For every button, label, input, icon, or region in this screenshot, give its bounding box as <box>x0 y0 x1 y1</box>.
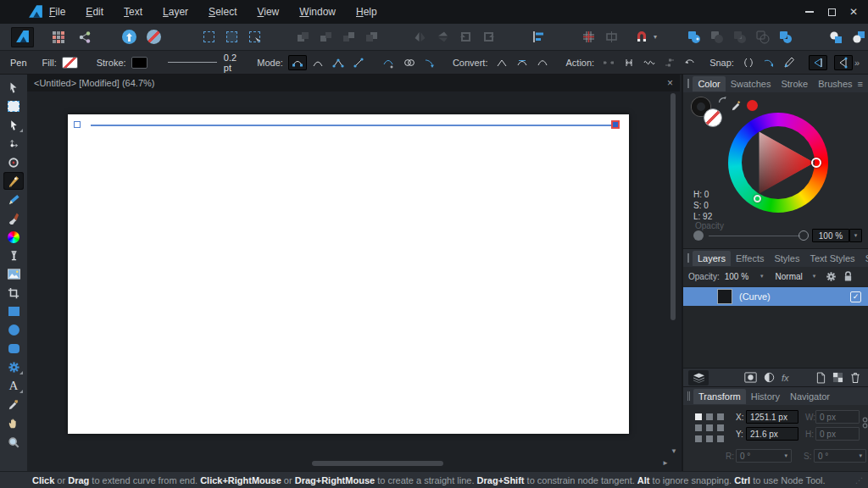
artboard-tool[interactable] <box>3 97 24 115</box>
insert-mode-button-1[interactable] <box>824 27 847 47</box>
guides-button[interactable] <box>600 27 623 47</box>
rectangle-tool[interactable] <box>3 302 24 320</box>
adjustment-layer-button[interactable] <box>764 372 775 383</box>
tab-effects[interactable]: Effects <box>731 251 769 266</box>
tab-brushes[interactable]: Brushes <box>813 76 857 92</box>
y-input[interactable]: 21.6 px <box>746 427 798 441</box>
ellipse-tool[interactable] <box>3 321 24 339</box>
pencil-tool[interactable] <box>3 191 24 208</box>
stroke-width-slider[interactable] <box>168 62 217 63</box>
mode-smart-button[interactable] <box>309 55 327 70</box>
tab-navigator[interactable]: Navigator <box>785 389 835 404</box>
action-close-button[interactable] <box>620 55 638 70</box>
fill-color-well[interactable] <box>704 108 722 127</box>
delete-layer-button[interactable] <box>850 372 860 384</box>
snap-align-handles-button[interactable] <box>809 55 827 70</box>
curve-end-node-selected[interactable] <box>611 120 620 129</box>
convert-smooth-button[interactable] <box>513 55 531 70</box>
layer-name[interactable]: (Curve) <box>739 291 771 302</box>
stroke-width-value[interactable]: 0.2 pt <box>224 53 241 73</box>
menu-select[interactable]: Select <box>198 6 247 18</box>
pixel-persona-button[interactable] <box>47 27 70 47</box>
opacity-slider-handle[interactable] <box>798 230 809 241</box>
order-backward-button[interactable] <box>337 27 360 47</box>
document-tab[interactable]: <Untitled> [Modified] (64.7%) <box>27 78 154 88</box>
vector-brush-tool[interactable] <box>3 209 24 227</box>
rounded-rectangle-tool[interactable] <box>3 340 24 358</box>
opacity-dropdown-caret[interactable]: ▾ <box>849 229 862 242</box>
crop-tool[interactable] <box>3 284 24 302</box>
marquee-button-3[interactable] <box>243 27 266 47</box>
new-layer-button[interactable] <box>816 372 826 384</box>
boolean-subtract-button[interactable] <box>705 27 728 47</box>
canvas-viewport[interactable]: ▼ ► <box>27 92 685 471</box>
pen-curve-segment[interactable] <box>91 125 618 126</box>
order-to-back-button[interactable] <box>360 27 383 47</box>
alignment-button[interactable] <box>527 27 550 47</box>
designer-persona-button[interactable] <box>11 27 34 47</box>
menu-edit[interactable]: Edit <box>75 6 114 18</box>
document-page[interactable] <box>68 114 629 434</box>
link-curves-button[interactable] <box>400 55 419 70</box>
tab-close-icon[interactable]: × <box>667 77 680 89</box>
x-input[interactable]: 1251.1 px <box>746 410 798 424</box>
tab-history[interactable]: History <box>746 389 785 404</box>
tab-styles[interactable]: Styles <box>769 251 804 266</box>
layer-visibility-checkbox[interactable]: ✓ <box>850 291 861 302</box>
convert-smart-button[interactable] <box>533 55 552 70</box>
sculpt-mode-button[interactable] <box>420 55 439 70</box>
panel-grip-icon[interactable] <box>687 391 690 401</box>
boolean-divide-button[interactable] <box>751 27 774 47</box>
flip-vertical-button[interactable] <box>431 27 454 47</box>
fill-swatch[interactable] <box>62 57 78 69</box>
boolean-combine-button[interactable] <box>774 27 797 47</box>
rosette-arrow-button[interactable] <box>118 27 141 47</box>
corner-tool[interactable] <box>3 153 24 171</box>
maximize-button[interactable] <box>821 3 843 20</box>
s-dropdown[interactable]: 0 °▾ <box>814 449 866 463</box>
tab-color[interactable]: Color <box>693 76 725 92</box>
anchor-point-selector[interactable] <box>695 413 724 442</box>
color-picker-tool[interactable] <box>3 396 24 413</box>
snapping-caret-icon[interactable]: ▾ <box>654 33 657 41</box>
context-overflow-chevron[interactable]: » <box>854 58 860 68</box>
action-join-button[interactable] <box>660 55 679 70</box>
action-reverse-button[interactable] <box>681 55 699 70</box>
layers-opacity-value[interactable]: 100 % <box>725 272 748 281</box>
mode-line-button[interactable] <box>349 55 368 70</box>
point-transform-tool[interactable] <box>3 135 24 152</box>
menu-layer[interactable]: Layer <box>153 6 198 18</box>
snap-nodes-button[interactable] <box>739 55 758 70</box>
boolean-add-button[interactable] <box>682 27 705 47</box>
link-dimensions-icon[interactable] <box>862 416 868 430</box>
panel-menu-icon[interactable]: ≡ <box>858 79 863 89</box>
picked-color-dot[interactable] <box>747 100 758 111</box>
grid-button[interactable] <box>577 27 600 47</box>
h-input[interactable]: 0 px <box>815 427 860 441</box>
rosette-slash-button[interactable] <box>142 27 165 47</box>
new-pixel-layer-button[interactable] <box>832 372 843 383</box>
hsl-color-wheel[interactable] <box>728 113 828 213</box>
move-tool[interactable] <box>3 79 24 97</box>
resize-grip-icon[interactable]: ⋰ <box>855 476 863 485</box>
w-input[interactable]: 0 px <box>815 410 860 424</box>
tab-text-styles[interactable]: Text Styles <box>804 251 860 266</box>
layer-row-selected[interactable]: (Curve) ✓ <box>683 287 868 306</box>
color-picker-icon[interactable] <box>731 100 743 112</box>
zoom-tool[interactable] <box>3 433 24 451</box>
layer-settings-gear-icon[interactable] <box>826 271 837 282</box>
mask-layer-button[interactable] <box>744 372 757 383</box>
opacity-slider-track[interactable] <box>709 236 800 236</box>
tab-stock[interactable]: Stock <box>860 251 868 266</box>
stroke-swatch[interactable] <box>131 57 147 69</box>
flip-horizontal-button[interactable] <box>409 27 431 47</box>
marquee-button-2[interactable] <box>220 27 243 47</box>
hue-selector-ring[interactable] <box>811 158 821 168</box>
close-button[interactable]: ✕ <box>843 3 865 20</box>
blend-mode-caret-icon[interactable]: ▾ <box>813 273 816 280</box>
rotate-right-button[interactable] <box>477 27 500 47</box>
snapping-button[interactable] <box>630 27 653 47</box>
boolean-intersect-button[interactable] <box>728 27 751 47</box>
fill-tool[interactable] <box>3 228 24 246</box>
menu-text[interactable]: Text <box>114 6 153 18</box>
